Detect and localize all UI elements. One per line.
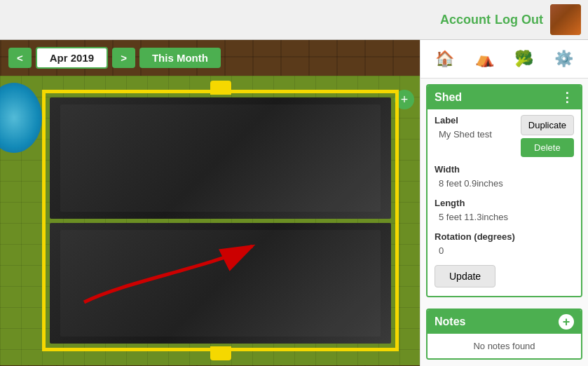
main-area: < Apr 2019 > This Month + <box>0 40 588 366</box>
update-button[interactable]: Update <box>435 265 495 287</box>
settings-icon[interactable]: ⚙️ <box>551 46 577 72</box>
right-panel: 🏠 ⛺ 🥦 ⚙️ Shed ⋮ Label My Shed test Dupl <box>420 40 588 366</box>
this-month-button[interactable]: This Month <box>139 48 221 68</box>
plant-icon[interactable]: 🥦 <box>511 46 538 72</box>
length-field: Length 5 feet 11.3inches <box>435 198 574 224</box>
add-note-button[interactable]: + <box>559 314 574 330</box>
length-field-name: Length <box>435 198 574 208</box>
prev-month-button[interactable]: < <box>8 48 32 68</box>
width-field-value: 8 feet 0.9inches <box>435 176 574 191</box>
home-icon[interactable]: 🏠 <box>431 46 458 72</box>
label-field: Label My Shed test <box>435 115 496 142</box>
length-field-value: 5 feet 11.3inches <box>435 210 574 224</box>
shed-more-options[interactable]: ⋮ <box>561 90 574 105</box>
notes-empty-message: No notes found <box>473 341 535 351</box>
width-field: Width 8 feet 0.9inches <box>435 164 574 191</box>
action-buttons: Duplicate Delete <box>521 115 574 157</box>
top-header: Account Log Out <box>0 0 588 40</box>
shed-section-header: Shed ⋮ <box>428 86 581 109</box>
label-field-name: Label <box>435 115 496 126</box>
avatar-image <box>550 4 581 35</box>
duplicate-button[interactable]: Duplicate <box>521 115 574 135</box>
rotation-field-name: Rotation (degrees) <box>435 231 574 242</box>
label-field-value: My Shed test <box>435 127 496 142</box>
notes-title: Notes <box>435 316 465 328</box>
shed-door-top <box>50 97 391 219</box>
shed-structure[interactable] <box>42 90 399 351</box>
rotation-field-value: 0 <box>435 243 574 258</box>
delete-button[interactable]: Delete <box>521 138 574 157</box>
width-field-name: Width <box>435 164 574 175</box>
shed-section-title: Shed <box>435 91 462 104</box>
shed-door-bottom <box>50 223 391 344</box>
shed-top-handle <box>210 81 231 95</box>
next-month-button[interactable]: > <box>112 48 135 68</box>
avatar <box>550 4 581 35</box>
rotation-field: Rotation (degrees) 0 <box>435 231 574 258</box>
current-date-display: Apr 2019 <box>36 47 108 69</box>
shed-detail-section: Shed ⋮ Label My Shed test Duplicate Dele… <box>426 84 582 297</box>
garden-content: + <box>0 76 420 365</box>
garden-nav: < Apr 2019 > This Month <box>0 40 420 76</box>
pond <box>0 83 42 153</box>
notes-body: No notes found <box>428 334 581 358</box>
shed-icon[interactable]: ⛺ <box>471 46 498 72</box>
shed-section-body: Label My Shed test Duplicate Delete Widt… <box>428 109 581 296</box>
account-link[interactable]: Account <box>440 13 491 27</box>
logout-link[interactable]: Log Out <box>495 13 543 27</box>
notes-section: Notes + No notes found <box>426 309 582 360</box>
notes-section-header: Notes + <box>428 310 581 334</box>
shed-inner <box>46 93 395 348</box>
shed-bottom-handle <box>210 346 231 360</box>
icon-toolbar: 🏠 ⛺ 🥦 ⚙️ <box>421 40 588 79</box>
account-nav: Account Log Out <box>440 13 543 27</box>
garden-panel: < Apr 2019 > This Month + <box>0 40 420 366</box>
